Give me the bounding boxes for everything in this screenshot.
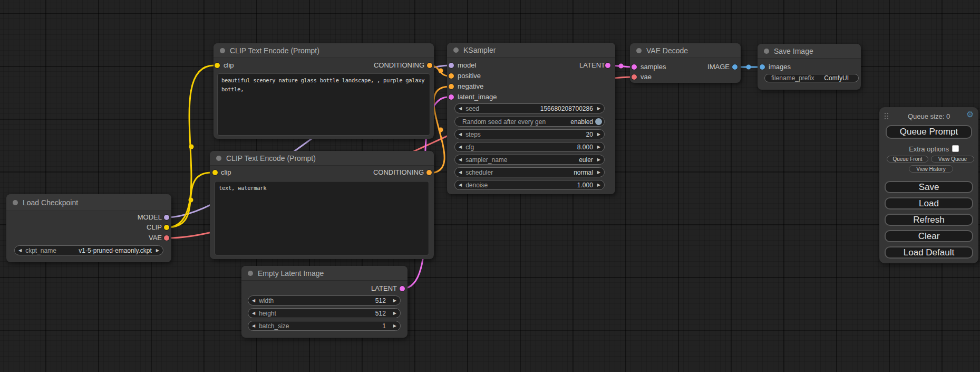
ckpt-name-widget[interactable]: ◀ ckpt_name v1-5-pruned-emaonly.ckpt ▶ <box>14 245 163 255</box>
settings-gear-icon[interactable]: ⚙ <box>966 110 974 119</box>
stepper-left-icon[interactable]: ◀ <box>459 183 462 187</box>
node-title-bar[interactable]: Load Checkpoint <box>6 194 171 211</box>
input-port-samples[interactable] <box>632 64 637 70</box>
batch-size-widget[interactable]: ◀ batch_size 1 ▶ <box>248 321 401 331</box>
widget-label: height <box>259 310 276 317</box>
node-graph-canvas[interactable]: Load Checkpoint MODEL CLIP VAE ◀ ckpt_na… <box>0 0 980 372</box>
scheduler-widget[interactable]: ◀ scheduler normal ▶ <box>454 167 605 177</box>
input-port-model[interactable] <box>449 63 454 68</box>
stepper-right-icon[interactable]: ▶ <box>597 158 600 162</box>
output-port-latent[interactable] <box>605 63 610 68</box>
input-port-negative[interactable] <box>449 84 454 89</box>
steps-widget[interactable]: ◀ steps 20 ▶ <box>454 129 605 139</box>
queue-prompt-button[interactable]: Queue Prompt <box>886 125 972 139</box>
node-title: VAE Decode <box>646 46 688 55</box>
stepper-left-icon[interactable]: ◀ <box>459 145 462 149</box>
node-title-bar[interactable]: CLIP Text Encode (Prompt) <box>210 151 434 166</box>
stepper-right-icon[interactable]: ▶ <box>597 170 600 175</box>
extra-options-checkbox[interactable] <box>952 145 959 152</box>
input-port-positive[interactable] <box>449 73 454 79</box>
node-title-bar[interactable]: Empty Latent Image <box>241 266 407 281</box>
sampler-name-widget[interactable]: ◀ sampler_name euler ▶ <box>454 155 605 165</box>
queue-front-button[interactable]: Queue Front <box>887 156 928 163</box>
input-label-vae: vae <box>641 73 652 81</box>
random-seed-toggle-widget[interactable]: Random seed after every gen enabled <box>454 117 605 127</box>
input-label-clip: clip <box>221 168 231 177</box>
node-title-bar[interactable]: Save Image <box>758 44 861 59</box>
stepper-left-icon[interactable]: ◀ <box>459 107 462 111</box>
link-midpoint-dot <box>439 128 443 132</box>
toggle-dot-icon[interactable] <box>595 118 602 125</box>
link-midpoint-dot <box>439 69 443 73</box>
node-title: CLIP Text Encode (Prompt) <box>226 154 316 163</box>
output-port-conditioning[interactable] <box>426 170 432 175</box>
output-port-conditioning[interactable] <box>427 63 432 68</box>
width-widget[interactable]: ◀ width 512 ▶ <box>248 295 401 306</box>
output-port-model[interactable] <box>164 215 169 220</box>
collapse-dot-icon[interactable] <box>248 271 253 276</box>
height-widget[interactable]: ◀ height 512 ▶ <box>248 308 401 318</box>
stepper-left-icon[interactable]: ◀ <box>459 158 462 162</box>
stepper-right-icon[interactable]: ▶ <box>393 299 396 303</box>
output-label-conditioning: CONDITIONING <box>374 61 424 70</box>
save-button[interactable]: Save <box>885 181 973 193</box>
load-default-button[interactable]: Load Default <box>885 246 973 259</box>
input-port-clip[interactable] <box>212 170 218 175</box>
filename-prefix-widget[interactable]: filename_prefix ComfyUI <box>764 74 859 82</box>
stepper-left-icon[interactable]: ◀ <box>459 170 462 175</box>
stepper-left-icon[interactable]: ◀ <box>459 132 462 137</box>
input-port-latent-image[interactable] <box>449 94 454 100</box>
stepper-left-icon[interactable]: ◀ <box>18 249 22 253</box>
collapse-dot-icon[interactable] <box>764 49 769 54</box>
node-clip-text-encode-negative[interactable]: CLIP Text Encode (Prompt) clip CONDITION… <box>210 151 434 259</box>
prompt-textarea[interactable]: beautiful scenery nature glass bottle la… <box>217 73 430 136</box>
output-port-clip[interactable] <box>164 225 169 230</box>
collapse-dot-icon[interactable] <box>216 156 221 161</box>
stepper-right-icon[interactable]: ▶ <box>156 249 159 253</box>
input-port-clip[interactable] <box>215 63 220 68</box>
node-clip-text-encode-positive[interactable]: CLIP Text Encode (Prompt) clip CONDITION… <box>214 43 434 139</box>
collapse-dot-icon[interactable] <box>636 48 642 53</box>
stepper-right-icon[interactable]: ▶ <box>597 132 600 137</box>
denoise-widget[interactable]: ◀ denoise 1.000 ▶ <box>454 180 605 190</box>
clear-button[interactable]: Clear <box>885 230 973 242</box>
collapse-dot-icon[interactable] <box>13 200 18 205</box>
widget-value: v1-5-pruned-emaonly.ckpt <box>79 247 152 254</box>
input-label-samples: samples <box>641 63 666 71</box>
node-save-image[interactable]: Save Image images filename_prefix ComfyU… <box>758 44 861 90</box>
node-title-bar[interactable]: CLIP Text Encode (Prompt) <box>214 43 434 58</box>
widget-label: sampler_name <box>465 156 507 164</box>
stepper-left-icon[interactable]: ◀ <box>252 324 255 328</box>
output-port-latent[interactable] <box>400 286 405 291</box>
node-title-bar[interactable]: KSampler <box>447 43 615 58</box>
stepper-right-icon[interactable]: ▶ <box>597 183 600 187</box>
stepper-left-icon[interactable]: ◀ <box>252 299 255 303</box>
refresh-button[interactable]: Refresh <box>885 214 973 226</box>
stepper-left-icon[interactable]: ◀ <box>252 311 255 316</box>
output-port-image[interactable] <box>732 64 738 70</box>
node-ksampler[interactable]: KSampler model positive negative latent_… <box>447 43 615 194</box>
queue-size-label: Queue size: 0 <box>879 112 978 120</box>
collapse-dot-icon[interactable] <box>220 48 225 53</box>
load-button[interactable]: Load <box>885 197 973 209</box>
stepper-right-icon[interactable]: ▶ <box>393 324 396 328</box>
prompt-textarea[interactable]: text, watermark <box>215 181 429 255</box>
stepper-right-icon[interactable]: ▶ <box>597 107 600 111</box>
view-history-button[interactable]: View History <box>909 165 953 173</box>
node-vae-decode[interactable]: VAE Decode samples vae IMAGE <box>630 43 741 83</box>
input-label-negative: negative <box>458 82 483 91</box>
output-port-vae[interactable] <box>164 235 169 241</box>
cfg-widget[interactable]: ◀ cfg 8.000 ▶ <box>454 142 605 152</box>
input-port-vae[interactable] <box>632 74 637 80</box>
node-load-checkpoint[interactable]: Load Checkpoint MODEL CLIP VAE ◀ ckpt_na… <box>6 194 171 262</box>
seed-widget[interactable]: ◀ seed 156680208700286 ▶ <box>454 103 605 113</box>
stepper-right-icon[interactable]: ▶ <box>393 311 396 316</box>
input-port-images[interactable] <box>760 64 765 70</box>
widget-value: ComfyUI <box>824 74 849 82</box>
view-queue-button[interactable]: View Queue <box>931 156 974 163</box>
node-title-bar[interactable]: VAE Decode <box>630 43 741 58</box>
collapse-dot-icon[interactable] <box>453 47 459 53</box>
node-empty-latent-image[interactable]: Empty Latent Image LATENT ◀ width 512 ▶ … <box>241 266 407 338</box>
stepper-right-icon[interactable]: ▶ <box>597 145 600 149</box>
node-title: Empty Latent Image <box>258 269 324 278</box>
